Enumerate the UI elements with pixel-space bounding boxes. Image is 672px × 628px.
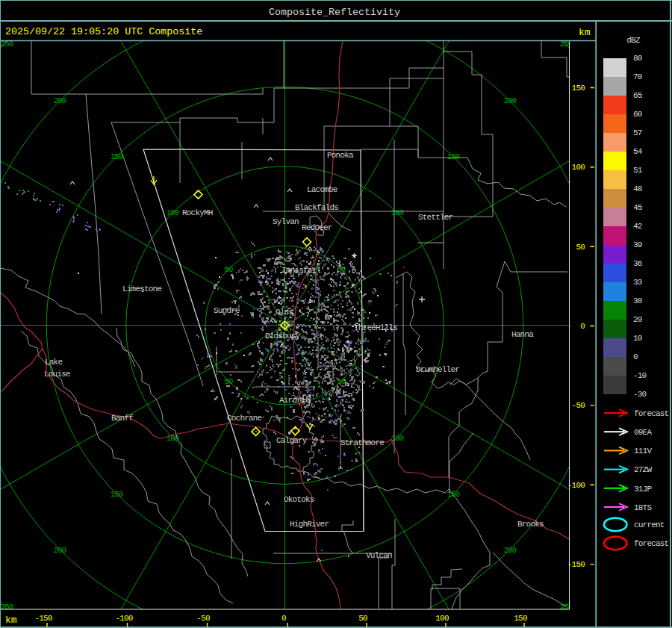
svg-text:RedDeer: RedDeer bbox=[302, 223, 332, 232]
svg-text:0: 0 bbox=[281, 614, 286, 623]
svg-text:Blackfalds: Blackfalds bbox=[295, 203, 338, 212]
svg-text:50: 50 bbox=[224, 265, 233, 274]
svg-text:0: 0 bbox=[580, 322, 585, 331]
svg-text:09EA: 09EA bbox=[634, 428, 652, 437]
svg-text:20: 20 bbox=[633, 315, 642, 324]
svg-text:dBZ: dBZ bbox=[626, 36, 641, 45]
svg-text:60: 60 bbox=[633, 110, 642, 119]
svg-text:200: 200 bbox=[54, 96, 66, 105]
svg-text:100: 100 bbox=[167, 208, 179, 217]
svg-text:30: 30 bbox=[633, 296, 642, 305]
svg-text:54: 54 bbox=[633, 147, 643, 156]
svg-text:51: 51 bbox=[633, 166, 643, 175]
svg-text:57: 57 bbox=[633, 128, 642, 137]
svg-text:100: 100 bbox=[572, 163, 585, 172]
svg-text:33: 33 bbox=[633, 278, 642, 287]
svg-text:150: 150 bbox=[447, 490, 460, 499]
svg-text:200: 200 bbox=[54, 546, 66, 555]
svg-text:150: 150 bbox=[111, 490, 123, 499]
svg-text:27ZW: 27ZW bbox=[634, 465, 652, 474]
svg-text:50: 50 bbox=[224, 377, 233, 386]
svg-text:-100: -100 bbox=[567, 481, 585, 490]
svg-text:39: 39 bbox=[633, 240, 642, 249]
svg-text:RockyMH: RockyMH bbox=[182, 208, 213, 217]
svg-text:Sundre: Sundre bbox=[214, 306, 240, 315]
svg-text:Okotoks: Okotoks bbox=[284, 495, 314, 504]
svg-text:150: 150 bbox=[572, 84, 585, 93]
svg-text:2025/09/22 19:05:20 UTC Compos: 2025/09/22 19:05:20 UTC Composite bbox=[5, 26, 202, 37]
svg-text:48: 48 bbox=[633, 184, 642, 193]
svg-text:km: km bbox=[5, 615, 17, 626]
svg-text:0: 0 bbox=[633, 352, 638, 361]
svg-text:Calgary: Calgary bbox=[276, 436, 308, 445]
svg-text:150: 150 bbox=[447, 152, 460, 161]
svg-text:80: 80 bbox=[633, 54, 642, 63]
svg-text:forecast: forecast bbox=[634, 409, 669, 418]
svg-text:Brooks: Brooks bbox=[517, 520, 544, 529]
svg-text:-50: -50 bbox=[196, 614, 210, 623]
svg-text:Banff: Banff bbox=[111, 414, 133, 423]
svg-text:Ponoka: Ponoka bbox=[327, 151, 354, 160]
svg-text:31JP: 31JP bbox=[634, 485, 652, 494]
svg-text:Innisfail: Innisfail bbox=[281, 266, 320, 275]
svg-text:150: 150 bbox=[111, 152, 123, 161]
svg-text:42: 42 bbox=[633, 222, 642, 231]
svg-text:45: 45 bbox=[633, 203, 642, 212]
svg-text:-30: -30 bbox=[633, 390, 647, 399]
svg-text:Sylvan: Sylvan bbox=[273, 217, 299, 226]
svg-text:forecast: forecast bbox=[634, 539, 669, 548]
svg-text:150: 150 bbox=[514, 614, 527, 623]
svg-text:70: 70 bbox=[633, 72, 642, 81]
svg-text:km: km bbox=[579, 27, 591, 38]
svg-text:Vulcan: Vulcan bbox=[366, 551, 392, 560]
svg-text:Olds: Olds bbox=[276, 308, 293, 317]
svg-text:Strathmore: Strathmore bbox=[340, 438, 384, 447]
svg-text:200: 200 bbox=[504, 96, 517, 105]
svg-text:-150: -150 bbox=[34, 614, 52, 623]
svg-text:ThreeHills: ThreeHills bbox=[354, 323, 397, 332]
svg-text:Limestone: Limestone bbox=[122, 285, 161, 293]
svg-text:36: 36 bbox=[633, 259, 642, 268]
svg-text:Airdrie: Airdrie bbox=[279, 396, 310, 405]
svg-text:-100: -100 bbox=[115, 614, 132, 623]
svg-text:18TS: 18TS bbox=[634, 503, 652, 512]
svg-text:Drumheller: Drumheller bbox=[416, 365, 459, 374]
svg-text:Lake: Lake bbox=[45, 358, 62, 367]
svg-text:100: 100 bbox=[391, 208, 404, 217]
svg-text:Cochrane: Cochrane bbox=[227, 414, 262, 423]
svg-text:-50: -50 bbox=[572, 401, 585, 410]
svg-text:current: current bbox=[634, 520, 665, 529]
svg-text:50: 50 bbox=[358, 614, 367, 623]
svg-text:Lacombe: Lacombe bbox=[307, 185, 337, 194]
svg-text:65: 65 bbox=[633, 91, 642, 100]
svg-text:HighRiver: HighRiver bbox=[290, 520, 329, 529]
svg-text:200: 200 bbox=[504, 546, 517, 555]
svg-text:Hanna: Hanna bbox=[511, 330, 534, 339]
svg-text:111V: 111V bbox=[634, 447, 652, 456]
svg-text:Composite_Reflectivity: Composite_Reflectivity bbox=[269, 7, 400, 18]
svg-text:50: 50 bbox=[576, 243, 585, 252]
svg-text:Louise: Louise bbox=[44, 370, 70, 379]
svg-text:-150: -150 bbox=[567, 560, 585, 569]
svg-text:Didsbury: Didsbury bbox=[265, 332, 301, 341]
svg-text:100: 100 bbox=[391, 434, 404, 443]
svg-text:10: 10 bbox=[633, 334, 642, 343]
svg-text:Stettler: Stettler bbox=[418, 213, 453, 222]
svg-text:100: 100 bbox=[435, 614, 449, 623]
svg-text:-10: -10 bbox=[633, 371, 647, 380]
